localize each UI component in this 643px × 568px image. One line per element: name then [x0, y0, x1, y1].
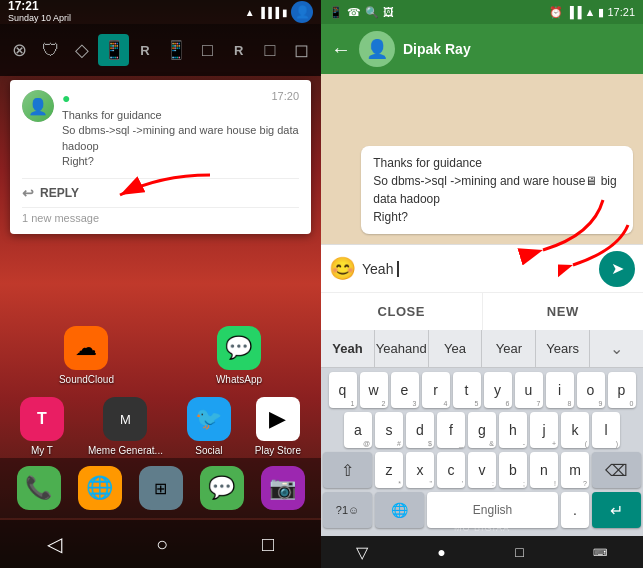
myt-icon: T — [20, 397, 64, 441]
suggestion-years[interactable]: Years — [536, 330, 590, 367]
key-shift[interactable]: ⇧ — [323, 452, 372, 488]
home-icon-myt[interactable]: T My T — [20, 397, 64, 456]
home-icon-social[interactable]: 🐦 Social — [187, 397, 231, 456]
keyboard-icon-right[interactable]: ⌨ — [593, 547, 608, 558]
key-sym[interactable]: ?1☺ — [323, 492, 372, 528]
key-q[interactable]: q1 — [329, 372, 357, 408]
send-button[interactable]: ➤ — [599, 251, 635, 287]
top-icon-bar: ⊗ 🛡 ◇ 📱 R 📱 □ R □ ◻ — [0, 24, 321, 76]
icon-r1[interactable]: R — [129, 34, 160, 66]
icon-r2[interactable]: R — [223, 34, 254, 66]
status-time-right: 17:21 — [607, 6, 635, 18]
icon-sq1[interactable]: □ — [192, 34, 223, 66]
back-nav-right[interactable]: ▽ — [356, 543, 368, 562]
dock-messages[interactable]: 💬 — [200, 466, 244, 510]
key-b[interactable]: b; — [499, 452, 527, 488]
icon-shield[interactable]: 🛡 — [35, 34, 66, 66]
search-icon: 🔍 — [365, 6, 379, 19]
myt-label: My T — [31, 445, 53, 456]
close-button[interactable]: CLOSE — [321, 293, 483, 330]
key-k[interactable]: k( — [561, 412, 589, 448]
icon-diamond[interactable]: ◇ — [67, 34, 98, 66]
key-r[interactable]: r4 — [422, 372, 450, 408]
key-c[interactable]: c' — [437, 452, 465, 488]
key-m[interactable]: m? — [561, 452, 589, 488]
key-enter[interactable]: ↵ — [592, 492, 641, 528]
home-nav-right[interactable]: ● — [437, 544, 445, 560]
playstore-icon: ▶ — [256, 397, 300, 441]
key-row-1: q1 w2 e3 r4 t5 y6 u7 i8 o9 p0 — [323, 372, 641, 408]
key-e[interactable]: e3 — [391, 372, 419, 408]
social-icon: 🐦 — [187, 397, 231, 441]
home-icon-row2: T My T M Meme Generat... 🐦 Social ▶ Play… — [8, 397, 313, 456]
icon-phone-active[interactable]: 📱 — [98, 34, 129, 66]
key-o[interactable]: o9 — [577, 372, 605, 408]
dock-browser-icon: 🌐 — [78, 466, 122, 510]
key-delete[interactable]: ⌫ — [592, 452, 641, 488]
chat-name: Dipak Ray — [403, 41, 471, 57]
recents-button[interactable]: □ — [262, 533, 274, 556]
avatar-icon: 👤 — [291, 1, 313, 23]
key-l[interactable]: l) — [592, 412, 620, 448]
battery-right-icon: ▮ — [598, 6, 604, 19]
home-icon-playstore[interactable]: ▶ Play Store — [255, 397, 301, 456]
key-t[interactable]: t5 — [453, 372, 481, 408]
reply-label: REPLY — [40, 186, 79, 200]
recents-nav-right[interactable]: □ — [515, 544, 523, 560]
notif-reply-row[interactable]: ↩ REPLY — [22, 178, 299, 201]
icon-block1[interactable]: ⊗ — [4, 34, 35, 66]
key-n[interactable]: n! — [530, 452, 558, 488]
home-button[interactable]: ○ — [156, 533, 168, 556]
status-right-info: ⏰ ▐▐ ▲ ▮ 17:21 — [549, 6, 635, 19]
icon-sq2[interactable]: □ — [254, 34, 285, 66]
key-f[interactable]: f_ — [437, 412, 465, 448]
signal-icon: ▐▐▐ — [258, 7, 279, 18]
dock-camera-icon: 📷 — [261, 466, 305, 510]
key-g[interactable]: g& — [468, 412, 496, 448]
key-v[interactable]: v: — [468, 452, 496, 488]
key-dot[interactable]: . — [561, 492, 589, 528]
suggestion-expand[interactable]: ⌄ — [590, 330, 643, 367]
key-s[interactable]: s# — [375, 412, 403, 448]
wifi-icon: ▲ — [245, 7, 255, 18]
status-icons-left: ▲ ▐▐▐ ▮ 👤 — [245, 1, 313, 23]
key-p[interactable]: p0 — [608, 372, 636, 408]
back-button[interactable]: ◁ — [47, 532, 62, 556]
key-i[interactable]: i8 — [546, 372, 574, 408]
right-panel: 📱 ☎ 🔍 🖼 ⏰ ▐▐ ▲ ▮ 17:21 ← 👤 Dipak Ray Tha… — [321, 0, 643, 568]
icon-phone2[interactable]: 📱 — [160, 34, 191, 66]
suggestion-yeah[interactable]: Yeah — [321, 330, 375, 367]
suggestion-yeahand[interactable]: Yeahand — [375, 330, 429, 367]
home-icon-whatsapp[interactable]: 💬 WhatsApp — [216, 326, 262, 385]
back-chat-button[interactable]: ← — [331, 38, 351, 61]
suggestion-year[interactable]: Year — [482, 330, 536, 367]
key-d[interactable]: d$ — [406, 412, 434, 448]
dock-messages-icon: 💬 — [200, 466, 244, 510]
key-x[interactable]: x" — [406, 452, 434, 488]
dock-camera[interactable]: 📷 — [261, 466, 305, 510]
dock-apps[interactable]: ⊞ — [139, 466, 183, 510]
key-y[interactable]: y6 — [484, 372, 512, 408]
status-time: 17:21 — [8, 0, 71, 13]
dock-browser[interactable]: 🌐 — [78, 466, 122, 510]
home-icon-soundcloud[interactable]: ☁ SoundCloud — [59, 326, 114, 385]
emoji-picker-icon[interactable]: 😊 — [329, 256, 356, 282]
reply-button[interactable]: ↩ REPLY — [22, 185, 79, 201]
meme-label: Meme Generat... — [88, 445, 163, 456]
key-w[interactable]: w2 — [360, 372, 388, 408]
home-icon-meme[interactable]: M Meme Generat... — [88, 397, 163, 456]
bottom-nav-left: ◁ ○ □ — [0, 520, 321, 568]
key-h[interactable]: h- — [499, 412, 527, 448]
icon-sq3[interactable]: ◻ — [286, 34, 317, 66]
left-panel: 17:21 Sunday 10 April ▲ ▐▐▐ ▮ 👤 ⊗ 🛡 ◇ 📱 … — [0, 0, 321, 568]
call-icon: ☎ — [347, 6, 361, 19]
key-z[interactable]: z* — [375, 452, 403, 488]
dock-phone[interactable]: 📞 — [17, 466, 61, 510]
bottom-nav-right: ▽ ● □ ⌨ — [321, 536, 643, 568]
key-globe[interactable]: 🌐 — [375, 492, 424, 528]
new-button[interactable]: NEW — [483, 293, 644, 330]
key-u[interactable]: u7 — [515, 372, 543, 408]
key-a[interactable]: a@ — [344, 412, 372, 448]
suggestion-yea[interactable]: Yea — [429, 330, 483, 367]
key-j[interactable]: j+ — [530, 412, 558, 448]
